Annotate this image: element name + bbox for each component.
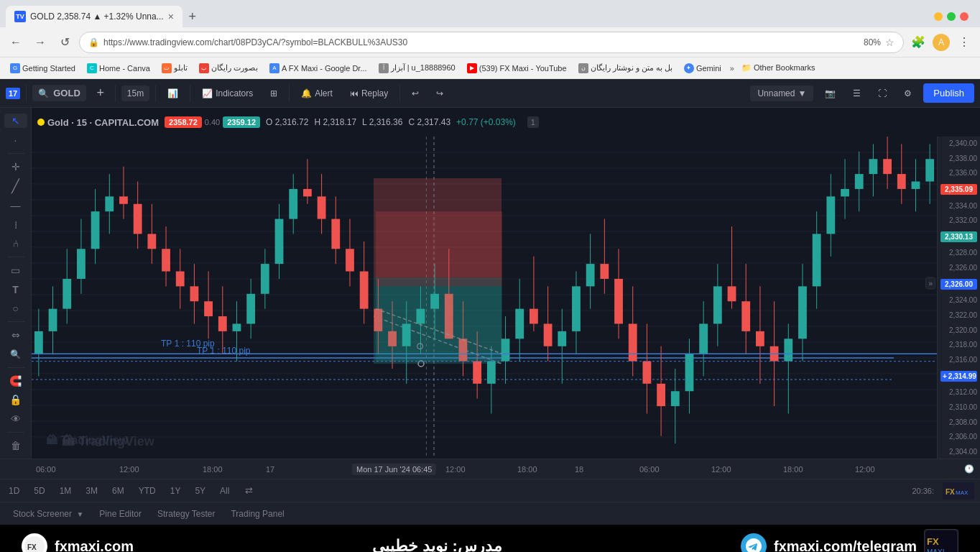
- period-1m[interactable]: 1M: [57, 484, 75, 497]
- menu-button[interactable]: ⋮: [954, 32, 974, 52]
- bookmark-youtube[interactable]: ▶ (539) FX Maxi - YouTube: [463, 62, 571, 75]
- trend-line-tool[interactable]: ╱: [4, 178, 27, 194]
- undo-button[interactable]: ↩: [406, 86, 425, 101]
- camera-button[interactable]: 📷: [819, 86, 841, 101]
- crosshair-tool[interactable]: ✛: [4, 160, 27, 174]
- time-scale: 06:00 12:00 18:00 17 Mon 17 Jun '24 06:4…: [0, 459, 980, 479]
- camera-icon: 📷: [825, 88, 836, 98]
- horizontal-line-tool[interactable]: —: [4, 198, 27, 213]
- dot-tool[interactable]: ·: [4, 132, 27, 147]
- lock-tool[interactable]: 🔒: [4, 392, 27, 407]
- footer-left-url: fxmaxi.com: [55, 538, 134, 553]
- channel-tool[interactable]: ⁞: [4, 217, 27, 231]
- tab-strategy-tester[interactable]: Strategy Tester: [150, 506, 222, 522]
- bookmark-star-icon[interactable]: ☆: [885, 37, 895, 48]
- toolbar-separator-2: [115, 85, 116, 102]
- bookmark-other[interactable]: 📁 Other Bookmarks: [737, 62, 820, 74]
- new-tab-button[interactable]: +: [182, 6, 203, 27]
- resistance-zone: [374, 178, 501, 277]
- bookmark-nooshtar[interactable]: ن بل به متن و نوشتار رایگان: [574, 62, 677, 75]
- profile-button[interactable]: A: [933, 34, 950, 51]
- symbol-search[interactable]: 🔍 GOLD: [32, 85, 86, 101]
- close-window-button[interactable]: [960, 12, 969, 21]
- trash-tool[interactable]: 🗑: [4, 438, 27, 453]
- price-tags-area: 2358.72 0.40 2359.12: [165, 116, 260, 128]
- period-5d[interactable]: 5D: [31, 484, 47, 497]
- tab-close-button[interactable]: ×: [168, 11, 174, 22]
- current-time-label: Mon 17 Jun '24 06:45: [352, 464, 436, 475]
- bookmark-abzar[interactable]: آ آبزار | u_18888960: [374, 62, 460, 75]
- bookmark-besorate[interactable]: ب بصورت رایگان: [195, 62, 262, 75]
- publish-button[interactable]: Publish: [923, 83, 974, 103]
- watchlist-button[interactable]: ☰: [847, 86, 866, 101]
- shapes-tool[interactable]: ▭: [4, 263, 27, 277]
- bookmark-tablo[interactable]: ت تابلو: [157, 62, 192, 75]
- price-tag-2314-container: + 2,314.99: [940, 371, 977, 382]
- bookmark-getting-started[interactable]: G Getting Started: [6, 62, 80, 75]
- time-settings-icon[interactable]: 🕐: [964, 464, 974, 474]
- templates-button[interactable]: ⊞: [264, 86, 283, 101]
- period-3m[interactable]: 3M: [83, 484, 101, 497]
- tab-trading-panel[interactable]: Trading Panel: [223, 506, 291, 522]
- tab-title: GOLD 2,358.74 ▲ +1.32% Unna...: [30, 12, 164, 22]
- pitchfork-tool[interactable]: ⑃: [4, 236, 27, 251]
- period-all[interactable]: All: [217, 484, 232, 497]
- active-tab[interactable]: TV GOLD 2,358.74 ▲ +1.32% Unna... ×: [6, 6, 182, 27]
- fullscreen-button[interactable]: ⛶: [872, 86, 892, 101]
- footer-center-text: مدرس: نوید خطیبی: [372, 537, 502, 552]
- screener-dropdown[interactable]: ▼: [76, 510, 83, 518]
- bookmark-gemini[interactable]: ✦ Gemini: [680, 62, 726, 75]
- redo-button[interactable]: ↪: [430, 86, 449, 101]
- address-bar[interactable]: 🔒 https://www.tradingview.com/chart/08PD…: [79, 32, 904, 53]
- timeframe-selector[interactable]: 15m: [121, 86, 149, 101]
- tab-pine-editor[interactable]: Pine Editor: [92, 506, 149, 522]
- brand-logo-svg: FX MAX: [944, 484, 973, 498]
- minimize-button[interactable]: [934, 12, 943, 21]
- collapse-panel-button[interactable]: »: [925, 277, 935, 290]
- bookmark-favicon: ن: [578, 63, 588, 73]
- text-tool[interactable]: T: [4, 282, 27, 296]
- date-time-display: 20:36:: [912, 487, 934, 495]
- instructor-label: مدرس: نوید خطیبی: [372, 537, 502, 552]
- indicators-button[interactable]: 📈 Indicators: [196, 86, 259, 101]
- extensions-button[interactable]: 🧩: [908, 32, 928, 52]
- chart-label-badge[interactable]: 1: [527, 116, 539, 128]
- period-1y[interactable]: 1Y: [167, 484, 184, 497]
- more-bookmarks-icon[interactable]: »: [730, 64, 734, 73]
- tool-separator: [7, 153, 24, 154]
- support-zone: [374, 277, 501, 364]
- time-1800-3: 18:00: [783, 465, 803, 474]
- forward-button[interactable]: →: [30, 32, 50, 52]
- period-1d[interactable]: 1D: [6, 484, 22, 497]
- magnet-tool[interactable]: 🧲: [4, 374, 27, 388]
- price-tag-2335: 2,335.09: [940, 184, 977, 195]
- alert-button[interactable]: 🔔 Alert: [295, 86, 338, 101]
- period-ytd[interactable]: YTD: [136, 484, 159, 497]
- price-2308: 2,308.00: [940, 418, 977, 426]
- chart-type-button[interactable]: 📊: [162, 86, 184, 101]
- period-6m[interactable]: 6M: [109, 484, 127, 497]
- add-symbol-button[interactable]: +: [92, 85, 109, 102]
- nav-bar: ← → ↺ 🔒 https://www.tradingview.com/char…: [0, 27, 980, 58]
- chart-settings-button[interactable]: ⚙: [898, 86, 917, 101]
- cursor-tool[interactable]: ↖: [4, 114, 27, 128]
- measure-tool[interactable]: ⇔: [4, 328, 27, 342]
- maximize-button[interactable]: [947, 12, 956, 21]
- unnamed-dropdown[interactable]: Unnamed ▼: [750, 86, 813, 101]
- replay-button[interactable]: ⏮ Replay: [344, 86, 394, 101]
- main-chart-area[interactable]: TP 1 : 110 pip 🏔 TradingView: [32, 137, 937, 459]
- compare-button[interactable]: ⇄: [241, 484, 257, 497]
- tab-stock-screener[interactable]: Stock Screener ▼: [6, 506, 91, 522]
- note-tool[interactable]: ○: [4, 301, 27, 316]
- price-scale[interactable]: 2,340.00 2,338.00 2,336.00 2,335.09 2,33…: [937, 137, 980, 459]
- period-5y[interactable]: 5Y: [192, 484, 208, 497]
- eye-tool[interactable]: 👁: [4, 411, 27, 426]
- zoom-tool[interactable]: 🔍: [4, 346, 27, 361]
- bookmark-canva[interactable]: C Home - Canva: [83, 62, 154, 75]
- reload-button[interactable]: ↺: [55, 32, 75, 52]
- bookmark-fx-maxi[interactable]: A A FX Maxi - Google Dr...: [265, 62, 371, 75]
- indicators-label: Indicators: [216, 88, 253, 98]
- back-button[interactable]: ←: [6, 32, 26, 52]
- bookmark-favicon: آ: [379, 63, 389, 73]
- fxmaxi-logo: FX MAXI: [924, 529, 958, 552]
